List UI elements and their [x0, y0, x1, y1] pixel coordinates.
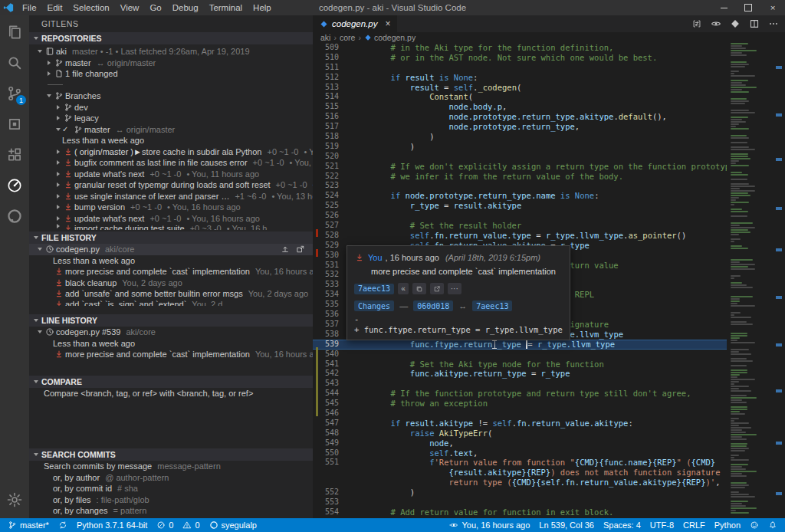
- tree-row[interactable]: use single instance of lexer and parser …: [29, 191, 313, 202]
- status-item-syegulalp[interactable]: syegulalp: [205, 518, 261, 532]
- minimap[interactable]: [728, 43, 773, 518]
- open-file-icon[interactable]: [296, 245, 305, 254]
- tree-row[interactable]: akimaster • -1 • Last fetched 9:26am, Ap…: [29, 46, 313, 57]
- code-line[interactable]: 525 r_type = result.akitype: [313, 201, 727, 211]
- status-item[interactable]: [745, 518, 764, 532]
- code-line[interactable]: 526: [313, 211, 727, 221]
- more-icon[interactable]: ···: [448, 283, 461, 294]
- code-line[interactable]: 545 # throw an exception: [313, 399, 727, 409]
- tree-row[interactable]: add `unsafe` and some better builtin err…: [29, 288, 313, 300]
- code-line[interactable]: 523: [313, 181, 727, 191]
- code-line[interactable]: 527 # Set the result holder: [313, 221, 727, 231]
- tree-row[interactable]: Search commits by messagemessage-pattern: [29, 461, 313, 472]
- open-changes-icon[interactable]: [691, 18, 702, 29]
- status-item-python[interactable]: Python: [710, 518, 745, 532]
- popup-sha-to[interactable]: 7aeec13: [472, 300, 512, 311]
- status-item-master-[interactable]: master*: [3, 518, 54, 532]
- code-line[interactable]: 515 node.body.p,: [313, 102, 727, 112]
- tree-row[interactable]: more precise and complete `cast` impleme…: [29, 266, 313, 277]
- extensions-icon[interactable]: [0, 140, 29, 170]
- source-control-icon[interactable]: 1: [0, 78, 29, 109]
- code-line[interactable]: 521 # If we don't explicitly assign a re…: [313, 162, 727, 172]
- popup-sha-from[interactable]: 060d018: [413, 300, 453, 311]
- tree-row[interactable]: update what's next+0 ~1 -0• You, 16 hour…: [29, 213, 313, 225]
- tree-row[interactable]: Compare <branch, tag, or ref> with <bran…: [29, 388, 313, 399]
- section-header-line-history[interactable]: LINE HISTORY: [29, 314, 313, 327]
- code-line[interactable]: 528 self.fn.return_value.type = r_type.l…: [313, 231, 727, 241]
- code-line[interactable]: 520: [313, 152, 727, 162]
- section-header-file-history[interactable]: FILE HISTORY: [29, 232, 313, 244]
- tree-row[interactable]: add `cast` `is_sign` and `extend`You, 2 …: [29, 300, 313, 306]
- tree-row[interactable]: Less than a week ago: [29, 255, 313, 267]
- section-header-compare[interactable]: COMPARE: [29, 376, 313, 388]
- tree-row[interactable]: [29, 80, 313, 91]
- tree-row[interactable]: dev: [29, 102, 313, 113]
- code-line[interactable]: 543: [313, 379, 727, 389]
- section-header-search-commits[interactable]: SEARCH COMMITS: [29, 448, 313, 461]
- code-line[interactable]: 519 ): [313, 142, 727, 152]
- toggle-blame-icon[interactable]: [711, 18, 721, 29]
- overview-ruler[interactable]: [773, 43, 785, 518]
- tree-row[interactable]: bugfix comment as last line in file caus…: [29, 157, 313, 169]
- menu-debug[interactable]: Debug: [167, 3, 204, 12]
- code-line[interactable]: 552 ): [313, 488, 727, 498]
- settings-gear-icon[interactable]: [0, 484, 29, 515]
- code-line[interactable]: 509 # in the Aki type for the function d…: [313, 43, 727, 53]
- code-line[interactable]: 554 # Add return value for function in e…: [313, 507, 727, 517]
- tree-row[interactable]: black cleanupYou, 2 days ago: [29, 277, 313, 289]
- debug-icon[interactable]: [0, 109, 29, 140]
- tree-row[interactable]: or, by files: file-path/glob: [29, 494, 313, 506]
- popup-changes-badge[interactable]: Changes: [354, 300, 394, 311]
- status-item-ln-539-col-36[interactable]: Ln 539, Col 36: [534, 518, 599, 532]
- tree-row[interactable]: master↔ origin/master: [29, 57, 313, 69]
- code-line[interactable]: 510 # or in the AST node. Not sure which…: [313, 53, 727, 63]
- tree-row[interactable]: or, by changes= pattern: [29, 505, 313, 517]
- tree-row[interactable]: or, by commit id# sha: [29, 483, 313, 494]
- menu-help[interactable]: Help: [248, 3, 277, 12]
- status-item[interactable]: [764, 518, 782, 532]
- split-editor-icon[interactable]: [749, 18, 760, 29]
- code-line[interactable]: 517 node.prototype.return_type,: [313, 122, 727, 132]
- tab-codegen-py[interactable]: codegen.py ×: [313, 15, 397, 32]
- tree-row[interactable]: Less than a week ago: [29, 135, 313, 146]
- tree-row[interactable]: update what's next+0 ~1 -0• You, 11 hour…: [29, 169, 313, 180]
- status-item-crlf[interactable]: CRLF: [678, 518, 710, 532]
- code-line[interactable]: {result.akitype}{REP}) does not match fu…: [313, 468, 727, 478]
- menu-terminal[interactable]: Terminal: [204, 3, 248, 12]
- status-item-0[interactable]: 0: [152, 518, 178, 532]
- github-icon[interactable]: [0, 201, 29, 232]
- more-actions-icon[interactable]: [768, 18, 779, 29]
- section-header-repositories[interactable]: REPOSITORIES: [29, 32, 313, 44]
- popup-sha-badge[interactable]: 7aeec13: [354, 284, 394, 294]
- code-line[interactable]: 546: [313, 409, 727, 419]
- code-line[interactable]: 544 # If the function prototype and retu…: [313, 389, 727, 399]
- code-line[interactable]: return type ({CMD}{self.fn.return_value.…: [313, 478, 727, 488]
- tree-row[interactable]: 1 file changed: [29, 68, 313, 80]
- minimize-icon[interactable]: [711, 0, 736, 15]
- menu-edit[interactable]: Edit: [42, 3, 68, 12]
- tree-row[interactable]: legacy: [29, 113, 313, 124]
- tree-row[interactable]: codegen.py #539aki/core: [29, 327, 313, 338]
- code-line[interactable]: 550 self.text,: [313, 448, 727, 458]
- code-line[interactable]: 539 func.ftype.return_type = r_type.llvm…: [313, 340, 727, 350]
- tree-row[interactable]: or, by author@ author-pattern: [29, 472, 313, 484]
- code-line[interactable]: 542 func.akitype.return_type = r_type: [313, 369, 727, 379]
- tab-close-icon[interactable]: ×: [385, 18, 390, 29]
- status-item-python-3-7-1-64-bit[interactable]: Python 3.7.1 64-bit: [72, 518, 152, 532]
- tree-row[interactable]: bump version+0 ~1 -0• You, 16 hours ago: [29, 202, 313, 213]
- chevrons-left-icon[interactable]: «: [398, 283, 409, 294]
- popup-author[interactable]: You: [368, 253, 383, 262]
- code-line[interactable]: 522 # we infer it from the return value …: [313, 172, 727, 182]
- tree-row[interactable]: codegen.pyaki/core: [29, 244, 313, 255]
- code-line[interactable]: 512 if result is None:: [313, 73, 727, 83]
- breadcrumb-item[interactable]: core: [340, 33, 355, 42]
- code-line[interactable]: 511: [313, 63, 727, 73]
- menu-selection[interactable]: Selection: [67, 3, 114, 12]
- gitlens-icon[interactable]: [0, 170, 29, 201]
- menu-view[interactable]: View: [115, 3, 145, 12]
- gitlens-diamond-icon[interactable]: [730, 18, 741, 29]
- open-external-icon[interactable]: [430, 283, 444, 294]
- breadcrumb-item[interactable]: codegen.py: [374, 33, 415, 42]
- copy-icon[interactable]: [412, 283, 426, 294]
- code-line[interactable]: 518 ): [313, 132, 727, 142]
